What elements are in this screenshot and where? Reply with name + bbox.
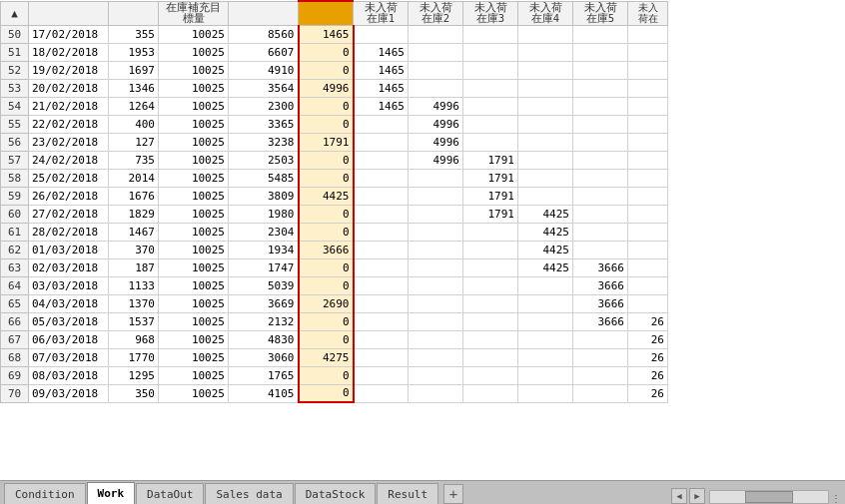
cell-b[interactable]: 1264: [109, 97, 159, 115]
cell-j[interactable]: [573, 330, 628, 348]
cell-order-qty[interactable]: 0: [299, 223, 354, 241]
cell-f[interactable]: [354, 241, 409, 258]
cell-b[interactable]: 735: [109, 151, 159, 169]
cell-k[interactable]: [628, 133, 668, 151]
cell-g[interactable]: 4996: [409, 97, 463, 115]
cell-order-qty[interactable]: 0: [299, 205, 354, 223]
cell-h[interactable]: [463, 223, 518, 241]
cell-i[interactable]: [518, 25, 573, 43]
col-header-K[interactable]: 未入荷在: [628, 1, 668, 25]
cell-d[interactable]: 1934: [229, 241, 299, 258]
cell-date[interactable]: 25/02/2018: [29, 169, 109, 187]
cell-c[interactable]: 10025: [159, 258, 229, 276]
cell-date[interactable]: 07/03/2018: [29, 348, 109, 366]
cell-d[interactable]: 2503: [229, 151, 299, 169]
h-scrollbar-thumb[interactable]: [745, 491, 792, 503]
cell-h[interactable]: [463, 276, 518, 294]
cell-c[interactable]: 10025: [159, 330, 229, 348]
cell-g[interactable]: [409, 366, 463, 384]
cell-j[interactable]: [573, 115, 628, 133]
tab-condition[interactable]: Condition: [4, 483, 86, 504]
cell-order-qty[interactable]: 0: [299, 43, 354, 61]
cell-h[interactable]: [463, 366, 518, 384]
cell-j[interactable]: [573, 384, 628, 402]
cell-d[interactable]: 3564: [229, 79, 299, 97]
cell-j[interactable]: [573, 241, 628, 258]
cell-c[interactable]: 10025: [159, 223, 229, 241]
cell-c[interactable]: 10025: [159, 169, 229, 187]
cell-d[interactable]: 4910: [229, 61, 299, 79]
cell-order-qty[interactable]: 0: [299, 115, 354, 133]
cell-date[interactable]: 22/02/2018: [29, 115, 109, 133]
cell-k[interactable]: [628, 294, 668, 312]
cell-order-qty[interactable]: 1791: [299, 133, 354, 151]
cell-c[interactable]: 10025: [159, 187, 229, 205]
cell-f[interactable]: [354, 25, 409, 43]
cell-h[interactable]: [463, 97, 518, 115]
col-header-G[interactable]: 未入荷在庫2: [409, 1, 463, 25]
cell-k[interactable]: [628, 169, 668, 187]
cell-g[interactable]: 4996: [409, 115, 463, 133]
cell-c[interactable]: 10025: [159, 312, 229, 330]
cell-i[interactable]: [518, 384, 573, 402]
cell-f[interactable]: [354, 187, 409, 205]
cell-order-qty[interactable]: 0: [299, 151, 354, 169]
cell-f[interactable]: 1465: [354, 43, 409, 61]
cell-g[interactable]: [409, 276, 463, 294]
cell-j[interactable]: [573, 79, 628, 97]
cell-k[interactable]: 26: [628, 384, 668, 402]
col-header-F[interactable]: 未入荷在庫1: [354, 1, 409, 25]
cell-d[interactable]: 3365: [229, 115, 299, 133]
cell-order-qty[interactable]: 0: [299, 384, 354, 402]
cell-g[interactable]: 4996: [409, 133, 463, 151]
cell-k[interactable]: [628, 276, 668, 294]
cell-d[interactable]: 5039: [229, 276, 299, 294]
cell-d[interactable]: 1765: [229, 366, 299, 384]
cell-b[interactable]: 187: [109, 258, 159, 276]
cell-k[interactable]: [628, 187, 668, 205]
cell-k[interactable]: 26: [628, 348, 668, 366]
cell-date[interactable]: 02/03/2018: [29, 258, 109, 276]
cell-h[interactable]: [463, 115, 518, 133]
cell-d[interactable]: 3669: [229, 294, 299, 312]
cell-b[interactable]: 1346: [109, 79, 159, 97]
cell-date[interactable]: 23/02/2018: [29, 133, 109, 151]
cell-j[interactable]: [573, 169, 628, 187]
cell-k[interactable]: 26: [628, 312, 668, 330]
cell-d[interactable]: 5485: [229, 169, 299, 187]
tab-datastock[interactable]: DataStock: [295, 483, 377, 504]
cell-k[interactable]: [628, 258, 668, 276]
cell-h[interactable]: [463, 43, 518, 61]
cell-order-qty[interactable]: 4275: [299, 348, 354, 366]
cell-h[interactable]: 1791: [463, 205, 518, 223]
cell-j[interactable]: [573, 223, 628, 241]
cell-g[interactable]: [409, 312, 463, 330]
tab-sales-data[interactable]: Sales data: [205, 483, 293, 504]
cell-i[interactable]: [518, 61, 573, 79]
cell-h[interactable]: [463, 384, 518, 402]
cell-order-qty[interactable]: 0: [299, 330, 354, 348]
cell-order-qty[interactable]: 4425: [299, 187, 354, 205]
cell-b[interactable]: 968: [109, 330, 159, 348]
cell-order-qty[interactable]: 2690: [299, 294, 354, 312]
cell-date[interactable]: 05/03/2018: [29, 312, 109, 330]
cell-g[interactable]: [409, 241, 463, 258]
cell-h[interactable]: 1791: [463, 169, 518, 187]
cell-j[interactable]: [573, 43, 628, 61]
cell-i[interactable]: [518, 312, 573, 330]
cell-d[interactable]: 3809: [229, 187, 299, 205]
cell-j[interactable]: [573, 205, 628, 223]
cell-d[interactable]: 3238: [229, 133, 299, 151]
cell-f[interactable]: [354, 330, 409, 348]
cell-h[interactable]: [463, 241, 518, 258]
cell-i[interactable]: [518, 151, 573, 169]
cell-j[interactable]: [573, 151, 628, 169]
cell-i[interactable]: 4425: [518, 241, 573, 258]
cell-b[interactable]: 1770: [109, 348, 159, 366]
cell-c[interactable]: 10025: [159, 25, 229, 43]
cell-k[interactable]: [628, 61, 668, 79]
cell-g[interactable]: [409, 223, 463, 241]
cell-order-qty[interactable]: 0: [299, 366, 354, 384]
cell-date[interactable]: 24/02/2018: [29, 151, 109, 169]
cell-c[interactable]: 10025: [159, 366, 229, 384]
